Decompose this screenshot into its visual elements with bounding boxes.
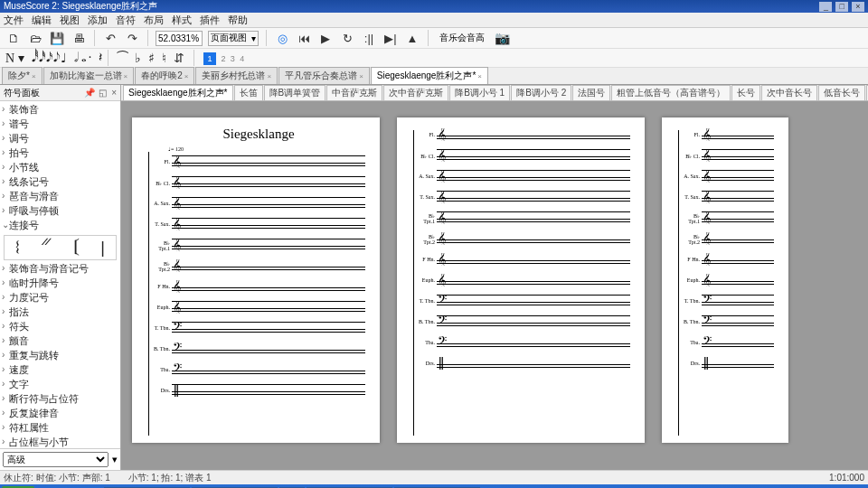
staff-lines[interactable]: 𝄞♩♪♫♬𝅘𝅥𝅮♩♪|♫♬♩♪♫|♬♩♪♫♬𝄽 bbox=[172, 155, 365, 168]
staff-row[interactable]: Fl.𝄞♩♪♫♬𝅘𝅥𝅮♩♪|♫♬♩♪♫|♬♩♪♫♬𝄽 bbox=[417, 127, 630, 143]
voice-1[interactable]: 1 bbox=[203, 52, 216, 65]
tie-icon[interactable]: ⁀ bbox=[118, 51, 127, 66]
staff-lines[interactable]: 𝄞♩♪♫♬𝅘𝅥𝅮 bbox=[702, 211, 774, 224]
staff-row[interactable]: A. Sax.𝄞♩♪♫♬𝅘𝅥𝅮♩♪|♫♬♩♪♫|♬♩♪♫♬𝄽 bbox=[152, 195, 365, 211]
staff-row[interactable]: B♭ Tpt.2𝄞♩♪♫♬𝅘𝅥𝅮 bbox=[682, 230, 774, 247]
zoom-target-icon[interactable]: ◎ bbox=[274, 30, 290, 46]
voice-3[interactable]: 3 bbox=[231, 54, 235, 63]
close-icon[interactable]: × bbox=[124, 72, 128, 80]
staff-lines[interactable]: 𝄞♩♪♫♬𝅘𝅥𝅮♩♪|♫♬♩♪♫|♬♩♪♫♬𝄽 bbox=[437, 274, 630, 286]
palette-item[interactable]: 指法 bbox=[0, 305, 120, 320]
menu-view[interactable]: 视图 bbox=[60, 14, 80, 27]
staff-row[interactable]: B♭ Tpt.2𝄞♩♪♫♬𝅘𝅥𝅮♩♪|♫♬♩♪♫|♬♩♪♫♬𝄽 bbox=[152, 258, 365, 274]
staff-row[interactable]: Euph.𝄞♩♪♫♬𝅘𝅥𝅮♩♪|♫♬♩♪♫|♬♩♪♫♬𝄽 bbox=[152, 299, 365, 315]
staff-lines[interactable]: 𝄞♩♪♫♬𝅘𝅥𝅮♩♪|♫♬♩♪♫|♬♩♪♫♬𝄽 bbox=[437, 253, 630, 266]
palette-preset-select[interactable]: 高级 bbox=[3, 452, 108, 467]
voice-4[interactable]: 4 bbox=[240, 54, 244, 63]
staff-row[interactable]: Drs.∥♩♪♫♬𝅘𝅥𝅮♩♪|♫♬♩♪♫|♬♩♪♫♬𝄽 bbox=[152, 382, 365, 399]
note-input-mode[interactable]: N ▾ bbox=[5, 51, 24, 66]
score-page-1[interactable]: Siegesklange ♩= 120 Fl.𝄞♩♪♫♬𝅘𝅥𝅮♩♪|♫♬♩♪♫|… bbox=[132, 117, 380, 443]
staff-row[interactable]: B♭ Cl.𝄞♩♪♫♬𝅘𝅥𝅮 bbox=[682, 147, 774, 164]
part-tab[interactable]: 次中音萨克斯 bbox=[383, 85, 448, 101]
redo-icon[interactable]: ↷ bbox=[124, 30, 140, 46]
palette-add-icon[interactable]: ▾ bbox=[112, 454, 118, 465]
palette-item[interactable]: 占位框与小节 bbox=[0, 436, 120, 448]
palette-item[interactable]: 文字 bbox=[0, 378, 120, 392]
palette-item[interactable]: 拍号 bbox=[0, 146, 120, 161]
natural-icon[interactable]: ♮ bbox=[162, 51, 166, 66]
concert-pitch-button[interactable]: 音乐会音高 bbox=[436, 30, 488, 46]
rewind-icon[interactable]: ⏮ bbox=[296, 30, 312, 46]
staff-row[interactable]: B♭ Tpt.1𝄞♩♪♫♬𝅘𝅥𝅮♩♪|♫♬♩♪♫|♬♩♪♫♬𝄽 bbox=[417, 210, 630, 226]
staff-lines[interactable]: 𝄞♩♪♫♬𝅘𝅥𝅮 bbox=[702, 274, 774, 286]
new-file-icon[interactable]: 🗋 bbox=[5, 30, 22, 46]
palette-item[interactable]: 小节线 bbox=[0, 161, 120, 175]
page-viewport[interactable]: Siegesklange ♩= 120 Fl.𝄞♩♪♫♬𝅘𝅥𝅮♩♪|♫♬♩♪♫|… bbox=[121, 101, 868, 470]
minimize-button[interactable]: _ bbox=[819, 2, 832, 12]
palette-item[interactable]: 符杠属性 bbox=[0, 421, 120, 436]
print-icon[interactable]: 🖶 bbox=[71, 30, 87, 46]
part-tab[interactable]: 次中音长号 bbox=[761, 85, 817, 101]
palette-item[interactable]: 速度 bbox=[0, 363, 120, 378]
staff-lines[interactable]: 𝄞♩♪♫♬𝅘𝅥𝅮 bbox=[702, 128, 774, 141]
staff-lines[interactable]: 𝄢♩♪♫♬𝅘𝅥𝅮♩♪|♫♬♩♪♫|♬♩♪♫♬𝄽 bbox=[437, 336, 630, 349]
maximize-button[interactable]: □ bbox=[835, 2, 848, 12]
staff-lines[interactable]: 𝄞♩♪♫♬𝅘𝅥𝅮♩♪|♫♬♩♪♫|♬♩♪♫♬𝄽 bbox=[437, 128, 630, 141]
staff-row[interactable]: B. Tbn.𝄢♩♪♫♬𝅘𝅥𝅮♩♪|♫♬♩♪♫|♬♩♪♫♬𝄽 bbox=[417, 314, 630, 330]
score-tab[interactable]: 平凡管乐合奏总谱× bbox=[278, 67, 370, 84]
menu-help[interactable]: 帮助 bbox=[228, 14, 248, 27]
palette-item-open[interactable]: 连接号 bbox=[0, 219, 120, 233]
staff-lines[interactable]: 𝄢♩♪♫♬𝅘𝅥𝅮♩♪|♫♬♩♪♫|♬♩♪♫♬𝄽 bbox=[172, 322, 365, 334]
staff-lines[interactable]: 𝄞♩♪♫♬𝅘𝅥𝅮♩♪|♫♬♩♪♫|♬♩♪♫♬𝄽 bbox=[172, 301, 365, 314]
staff-row[interactable]: F Hn.𝄞♩♪♫♬𝅘𝅥𝅮♩♪|♫♬♩♪♫|♬♩♪♫♬𝄽 bbox=[417, 251, 630, 267]
staff-lines[interactable]: 𝄞♩♪♫♬𝅘𝅥𝅮♩♪|♫♬♩♪♫|♬♩♪♫♬𝄽 bbox=[437, 170, 630, 183]
palette-item[interactable]: 琶音与滑音 bbox=[0, 190, 120, 204]
staff-lines[interactable]: ∥♩♪♫♬𝅘𝅥𝅮♩♪|♫♬♩♪♫|♬♩♪♫♬𝄽 bbox=[172, 384, 365, 397]
staff-lines[interactable]: 𝄞♩♪♫♬𝅘𝅥𝅮 bbox=[702, 149, 774, 162]
staff-row[interactable]: B♭ Cl.𝄞♩♪♫♬𝅘𝅥𝅮♩♪|♫♬♩♪♫|♬♩♪♫♬𝄽 bbox=[152, 174, 365, 191]
staff-lines[interactable]: 𝄞♩♪♫♬𝅘𝅥𝅮 bbox=[702, 191, 774, 203]
menu-layout[interactable]: 布局 bbox=[144, 14, 164, 27]
bracket-glyph[interactable]: 𝄔 bbox=[15, 239, 19, 258]
part-tab[interactable]: 长号 bbox=[731, 85, 760, 101]
loop-icon[interactable]: ↻ bbox=[339, 30, 355, 46]
staff-row[interactable]: Euph.𝄞♩♪♫♬𝅘𝅥𝅮♩♪|♫♬♩♪♫|♬♩♪♫♬𝄽 bbox=[417, 272, 630, 288]
staff-row[interactable]: Euph.𝄞♩♪♫♬𝅘𝅥𝅮 bbox=[682, 272, 774, 288]
part-tab-active[interactable]: Siegesklaenge胜利之声* bbox=[123, 85, 233, 101]
close-icon[interactable]: × bbox=[359, 72, 363, 80]
palette-item[interactable]: 线条记号 bbox=[0, 175, 120, 190]
palette-item[interactable]: 力度记号 bbox=[0, 291, 120, 305]
palette-item[interactable]: 装饰音 bbox=[0, 103, 120, 117]
staff-row[interactable]: B. Tbn.𝄢♩♪♫♬𝅘𝅥𝅮♩♪|♫♬♩♪♫|♬♩♪♫♬𝄽 bbox=[152, 341, 365, 357]
staff-lines[interactable]: 𝄞♩♪♫♬𝅘𝅥𝅮♩♪|♫♬♩♪♫|♬♩♪♫♬𝄽 bbox=[437, 191, 630, 203]
staff-row[interactable]: B♭ Tpt.1𝄞♩♪♫♬𝅘𝅥𝅮♩♪|♫♬♩♪♫|♬♩♪♫♬𝄽 bbox=[152, 237, 365, 253]
duration-dot[interactable]: · bbox=[89, 51, 92, 65]
part-tab[interactable]: 法国号 bbox=[572, 85, 610, 101]
staff-lines[interactable]: 𝄢♩♪♫♬𝅘𝅥𝅮♩♪|♫♬♩♪♫|♬♩♪♫♬𝄽 bbox=[172, 343, 365, 355]
staff-lines[interactable]: 𝄞♩♪♫♬𝅘𝅥𝅮♩♪|♫♬♩♪♫|♬♩♪♫♬𝄽 bbox=[172, 259, 365, 272]
staff-row[interactable]: T. Tbn.𝄢♩♪♫♬𝅘𝅥𝅮 bbox=[682, 293, 774, 309]
play-icon[interactable]: ▶ bbox=[317, 30, 334, 46]
staff-lines[interactable]: 𝄢♩♪♫♬𝅘𝅥𝅮 bbox=[702, 336, 774, 349]
close-button[interactable]: × bbox=[852, 2, 864, 12]
staff-row[interactable]: T. Sax.𝄞♩♪♫♬𝅘𝅥𝅮♩♪|♫♬♩♪♫|♬♩♪♫♬𝄽 bbox=[417, 189, 630, 205]
menu-edit[interactable]: 编辑 bbox=[32, 14, 52, 27]
metronome-icon[interactable]: ▲ bbox=[404, 30, 420, 46]
staff-row[interactable]: Tba.𝄢♩♪♫♬𝅘𝅥𝅮♩♪|♫♬♩♪♫|♬♩♪♫♬𝄽 bbox=[152, 361, 365, 378]
staff-row[interactable]: Tba.𝄢♩♪♫♬𝅘𝅥𝅮 bbox=[682, 334, 774, 351]
part-tab[interactable]: 降B调小号 1 bbox=[449, 85, 510, 101]
part-tab[interactable]: 降B调小号 2 bbox=[511, 85, 571, 101]
score-page-2[interactable]: Fl.𝄞♩♪♫♬𝅘𝅥𝅮♩♪|♫♬♩♪♫|♬♩♪♫♬𝄽B♭ Cl.𝄞♩♪♫♬𝅘𝅥𝅮… bbox=[397, 117, 645, 443]
staff-row[interactable]: F Hn.𝄞♩♪♫♬𝅘𝅥𝅮♩♪|♫♬♩♪♫|♬♩♪♫♬𝄽 bbox=[152, 278, 365, 295]
bracket-glyph[interactable]: 𝄓 bbox=[41, 239, 52, 258]
part-tab[interactable]: 中音萨克斯 bbox=[326, 85, 382, 101]
close-icon[interactable]: × bbox=[267, 72, 271, 80]
staff-row[interactable]: B♭ Tpt.2𝄞♩♪♫♬𝅘𝅥𝅮♩♪|♫♬♩♪♫|♬♩♪♫♬𝄽 bbox=[417, 230, 630, 247]
bracket-glyph[interactable]: 𝄕 bbox=[74, 239, 79, 258]
part-tab[interactable]: 粗管上低音号（高音谱号） bbox=[611, 85, 731, 101]
score-tab[interactable]: 除夕*× bbox=[2, 67, 42, 84]
staff-row[interactable]: T. Sax.𝄞♩♪♫♬𝅘𝅥𝅮♩♪|♫♬♩♪♫|♬♩♪♫♬𝄽 bbox=[152, 216, 365, 232]
palette-item[interactable]: 临时升降号 bbox=[0, 277, 120, 291]
staff-row[interactable]: Drs.∥♩♪♫♬𝅘𝅥𝅮 bbox=[682, 355, 774, 371]
menu-plugins[interactable]: 插件 bbox=[200, 14, 220, 27]
